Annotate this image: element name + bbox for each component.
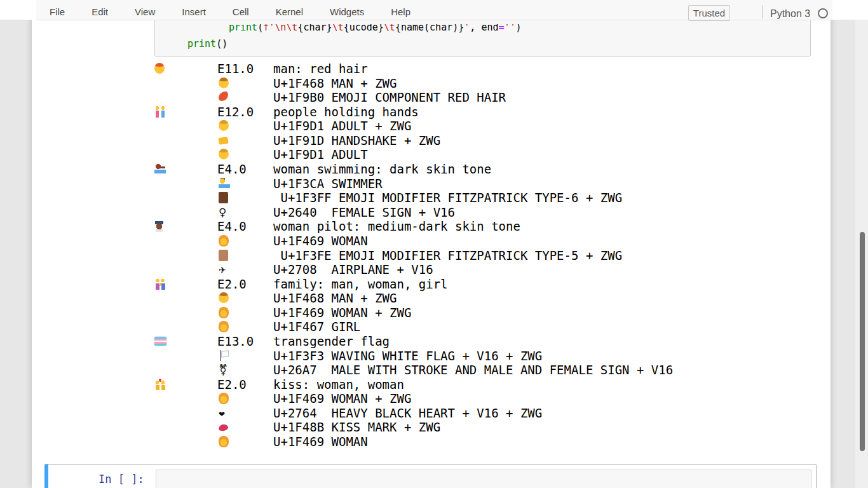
skin-type5-icon [219, 250, 228, 261]
menu-help[interactable]: Help [377, 6, 424, 20]
emoji-name: family: man, woman, girl [273, 277, 448, 291]
notebook-page: FileEditViewInsertCellKernelWidgetsHelp … [0, 0, 868, 488]
code-token: , [470, 24, 481, 33]
menu-edit[interactable]: Edit [78, 6, 121, 20]
emoji-name: man: red hair [273, 62, 368, 76]
woman-icon [219, 436, 229, 447]
girl-icon [219, 321, 229, 332]
adult-icon [219, 120, 229, 131]
woman-pilot-dark-icon [154, 220, 164, 232]
menu-widgets[interactable]: Widgets [316, 6, 377, 20]
emoji-version-label: E11.0 [217, 62, 254, 76]
component-codepoints: U+2640 FEMALE SIGN + V16 [273, 205, 455, 219]
code-token: ' [464, 24, 470, 33]
skin-type6-icon [219, 192, 228, 203]
component-codepoints: U+1F3FE EMOJI MODIFIER FITZPATRICK TYPE-… [273, 248, 622, 262]
code-token: {char} [297, 24, 332, 33]
emoji-component-row: U+1F91D HANDSHAKE + ZWG [0, 133, 831, 148]
code-token: \t [384, 24, 395, 33]
component-codepoints: U+1F469 WOMAN + ZWG [273, 306, 411, 320]
cell-output: E11.0man: red hairU+1F468 MAN + ZWGU+1F9… [0, 62, 831, 449]
emoji-component-row: ✈U+2708 AIRPLANE + V16 [0, 262, 831, 277]
menu-insert[interactable]: Insert [168, 6, 219, 20]
code-token: f' [263, 24, 275, 33]
airplane-icon: ✈ [219, 263, 226, 277]
emoji-name: people holding hands [273, 105, 419, 119]
code-token: print [229, 24, 257, 33]
man-icon [219, 292, 229, 303]
empty-cell-input-area[interactable] [156, 470, 811, 488]
emoji-component-row: U+1F9D1 ADULT [0, 147, 831, 162]
menu-view[interactable]: View [121, 6, 168, 20]
swimmer-icon [219, 178, 230, 188]
man-red-hair-icon [154, 63, 165, 74]
emoji-component-row: U+1F9B0 EMOJI COMPONENT RED HAIR [0, 90, 831, 105]
handshake-icon [218, 137, 228, 145]
code-token: = [498, 24, 504, 33]
female-sign-icon: ♀ [219, 205, 226, 219]
code-token: () [216, 38, 227, 50]
scrollbar-thumb[interactable] [860, 232, 865, 451]
menu-cell[interactable]: Cell [219, 6, 262, 20]
code-token: ) [516, 24, 522, 33]
component-codepoints: U+1F469 WOMAN [273, 435, 368, 449]
emoji-component-row: U+1F467 GIRL [0, 320, 831, 334]
man-icon [219, 78, 229, 88]
emoji-component-row: U+1F48B KISS MARK + ZWG [0, 420, 831, 435]
code-token: print [187, 38, 216, 50]
menu-file[interactable]: File [36, 6, 78, 20]
code-token: \t [332, 24, 344, 33]
code-token: ( [257, 24, 263, 33]
component-codepoints: U+1F468 MAN + ZWG [273, 76, 397, 90]
woman-icon [219, 307, 229, 318]
component-codepoints: U+1F91D HANDSHAKE + ZWG [273, 133, 440, 147]
component-codepoints: U+1F9D1 ADULT [273, 147, 368, 161]
cell-prompt: In [ ]: [98, 473, 144, 485]
emoji-name: kiss: woman, woman [273, 377, 404, 391]
code-line-1: print(f'\n\t{char}\t{ucode}\t{name(char)… [229, 24, 522, 34]
emoji-component-row: U+1F468 MAN + ZWG [0, 291, 831, 306]
trusted-badge[interactable]: Trusted [688, 5, 730, 21]
component-codepoints: U+1F469 WOMAN [273, 234, 368, 248]
emoji-component-row: U+1F468 MAN + ZWG [0, 76, 831, 91]
emoji-component-row: ♀U+2640 FEMALE SIGN + V16 [0, 205, 831, 220]
emoji-component-row: U+1F3FE EMOJI MODIFIER FITZPATRICK TYPE-… [0, 248, 831, 263]
component-codepoints: U+1F469 WOMAN + ZWG [273, 391, 411, 405]
emoji-version-label: E4.0 [217, 162, 247, 176]
transgender-sign-icon: ⚧ [219, 363, 227, 377]
kernel-status-icon [818, 8, 828, 18]
family-icon [154, 278, 166, 290]
emoji-version-label: E2.0 [217, 277, 247, 291]
adult-icon [219, 149, 229, 159]
emoji-group-row: E4.0woman swimming: dark skin tone [0, 162, 831, 177]
component-codepoints: U+1F3FF EMOJI MODIFIER FITZPATRICK TYPE-… [273, 191, 622, 205]
menubar-divider [762, 5, 763, 18]
heavy-black-heart-icon: ❤ [219, 407, 225, 421]
menu-kernel[interactable]: Kernel [262, 6, 316, 20]
component-codepoints: U+1F467 GIRL [273, 320, 360, 334]
emoji-component-row: U+1F3F3 WAVING WHITE FLAG + V16 + ZWG [0, 349, 831, 363]
emoji-component-row: U+1F469 WOMAN + ZWG [0, 391, 831, 406]
emoji-group-row: E2.0kiss: woman, woman [0, 377, 831, 392]
transgender-flag-icon [154, 337, 166, 346]
kiss-mark-icon [218, 424, 229, 432]
emoji-name: woman pilot: medium-dark skin tone [273, 219, 520, 233]
code-line-2: print() [187, 37, 227, 51]
emoji-group-row: E2.0family: man, woman, girl [0, 277, 831, 292]
code-token: end [481, 24, 498, 33]
emoji-group-row: E11.0man: red hair [0, 62, 831, 76]
emoji-component-row: U+1F3FF EMOJI MODIFIER FITZPATRICK TYPE-… [0, 191, 831, 205]
code-line-clipped: print(f'\n\t{char}\t{ucode}\t{name(char)… [229, 24, 661, 36]
people-holding-hands-icon [154, 106, 166, 118]
woman-icon [219, 393, 229, 404]
component-codepoints: U+26A7 MALE WITH STROKE AND MALE AND FEM… [273, 363, 673, 377]
component-codepoints: U+1F3F3 WAVING WHITE FLAG + V16 + ZWG [273, 349, 542, 363]
emoji-version-label: E4.0 [217, 219, 247, 233]
component-codepoints: U+2764 HEAVY BLACK HEART + V16 + ZWG [273, 406, 542, 420]
emoji-component-row: ❤U+2764 HEAVY BLACK HEART + V16 + ZWG [0, 406, 831, 421]
emoji-group-row: E12.0people holding hands [0, 105, 831, 119]
emoji-component-row: U+1F469 WOMAN [0, 435, 831, 449]
woman-icon [219, 235, 229, 247]
emoji-version-label: E13.0 [217, 334, 254, 348]
emoji-component-row: U+1F9D1 ADULT + ZWG [0, 119, 831, 133]
